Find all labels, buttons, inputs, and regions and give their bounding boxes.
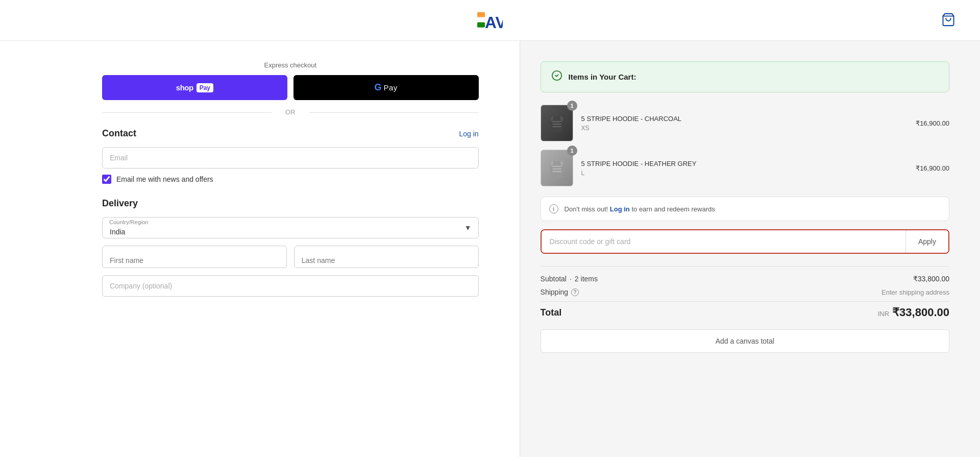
last-name-group <box>294 246 479 268</box>
cart-item-price: ₹16,900.00 <box>916 119 949 127</box>
rewards-login-link[interactable]: Log in <box>610 205 630 213</box>
right-panel: Items in Your Cart: <box>520 41 980 457</box>
express-checkout-label: Express checkout <box>102 61 479 69</box>
add-canvas-button[interactable]: Add a canvas total <box>541 329 949 353</box>
delivery-section: Delivery Country/Region India United Sta… <box>102 198 479 303</box>
first-name-group <box>102 246 287 268</box>
totals-section: Subtotal · 2 items ₹33,800.00 Shipping ?… <box>541 266 949 319</box>
shop-pay-button[interactable]: shop Pay <box>102 75 287 100</box>
svg-rect-2 <box>477 22 485 27</box>
discount-box: Apply <box>541 229 949 254</box>
newsletter-label[interactable]: Email me with news and offers <box>116 175 213 183</box>
name-row <box>102 246 479 268</box>
delivery-title: Delivery <box>102 198 138 209</box>
subtotal-row: Subtotal · 2 items ₹33,800.00 <box>541 275 949 283</box>
cart-item-variant: XS <box>581 125 908 132</box>
first-name-field[interactable] <box>102 246 287 268</box>
cart-item: 1 5 STRIPE HOODIE - CHARCOAL XS ₹16,900.… <box>541 105 949 141</box>
cart-item-image-wrapper: 1 <box>541 150 573 186</box>
google-g-icon: G <box>375 82 382 93</box>
cart-item-image <box>541 150 573 186</box>
left-panel: Express checkout shop Pay G Pay OR Conta… <box>0 41 520 457</box>
delivery-section-header: Delivery <box>102 198 479 209</box>
shipping-row: Shipping ? Enter shipping address <box>541 288 949 296</box>
cart-item-info: 5 STRIPE HOODIE - HEATHER GREY L <box>581 160 908 177</box>
email-field[interactable] <box>102 147 479 169</box>
cart-item-image-wrapper: 1 <box>541 105 573 141</box>
shipping-value: Enter shipping address <box>881 288 949 296</box>
svg-rect-0 <box>477 12 485 17</box>
total-amount: ₹33,800.00 <box>892 306 949 319</box>
svg-rect-8 <box>552 126 561 127</box>
cart-items: 1 5 STRIPE HOODIE - CHARCOAL XS ₹16,900.… <box>541 105 949 186</box>
svg-text:AV: AV <box>485 13 503 32</box>
cart-item-variant: L <box>581 170 908 177</box>
shop-pay-icon: shop <box>176 83 193 92</box>
rewards-text-before: Don't miss out! <box>565 205 608 213</box>
cart-item-name: 5 STRIPE HOODIE - CHARCOAL <box>581 115 908 123</box>
svg-rect-7 <box>552 124 561 125</box>
subtotal-label: Subtotal · 2 items <box>541 275 598 283</box>
logo[interactable]: AV <box>477 8 503 33</box>
login-link[interactable]: Log in <box>459 130 478 138</box>
rewards-banner: i Don't miss out! Log in to earn and red… <box>541 197 949 221</box>
cart-item-quantity-badge: 1 <box>567 101 577 111</box>
total-currency: INR <box>878 310 889 318</box>
cart-icon[interactable] <box>941 12 955 28</box>
cart-item-name: 5 STRIPE HOODIE - HEATHER GREY <box>581 160 908 167</box>
cart-status-box: Items in Your Cart: <box>541 61 949 92</box>
subtotal-value: ₹33,800.00 <box>913 275 949 283</box>
rewards-text-after: to earn and redeem rewards <box>631 205 715 213</box>
company-field[interactable] <box>102 275 479 297</box>
total-value-wrapper: INR ₹33,800.00 <box>878 306 949 319</box>
cart-item-price: ₹16,900.00 <box>916 164 949 172</box>
total-label: Total <box>541 307 562 318</box>
last-name-field[interactable] <box>294 246 479 268</box>
newsletter-checkbox-row: Email me with news and offers <box>102 175 479 184</box>
country-select-wrapper: Country/Region India United States Unite… <box>102 217 479 238</box>
svg-rect-1 <box>477 17 485 22</box>
info-icon: i <box>549 204 558 213</box>
discount-input[interactable] <box>542 230 905 253</box>
cart-item-quantity-badge: 1 <box>567 146 577 156</box>
shipping-info-icon: ? <box>571 288 579 296</box>
cart-item: 1 5 STRIPE HOODIE - HEATHER GREY L ₹16,9… <box>541 150 949 186</box>
shipping-label: Shipping ? <box>541 288 579 296</box>
apply-button[interactable]: Apply <box>905 230 948 253</box>
shop-pay-logo: Pay <box>197 83 213 92</box>
express-buttons: shop Pay G Pay <box>102 75 479 100</box>
svg-rect-11 <box>552 171 561 172</box>
rewards-text: Don't miss out! Log in to earn and redee… <box>565 205 715 213</box>
cart-item-image <box>541 105 573 141</box>
svg-rect-6 <box>552 121 561 122</box>
newsletter-checkbox[interactable] <box>102 175 111 184</box>
google-pay-label: Pay <box>384 83 398 92</box>
contact-section-header: Contact Log in <box>102 128 479 139</box>
contact-title: Contact <box>102 128 136 139</box>
or-divider: OR <box>102 108 479 116</box>
cart-status-text: Items in Your Cart: <box>569 73 636 81</box>
svg-rect-10 <box>552 169 561 170</box>
country-select[interactable]: India United States United Kingdom Austr… <box>102 217 479 238</box>
svg-rect-9 <box>552 166 561 167</box>
header: AV <box>0 0 980 41</box>
main-container: Express checkout shop Pay G Pay OR Conta… <box>0 41 980 457</box>
google-pay-button[interactable]: G Pay <box>293 75 479 100</box>
cart-item-info: 5 STRIPE HOODIE - CHARCOAL XS <box>581 115 908 132</box>
total-row: Total INR ₹33,800.00 <box>541 301 949 319</box>
check-circle-icon <box>551 70 562 84</box>
